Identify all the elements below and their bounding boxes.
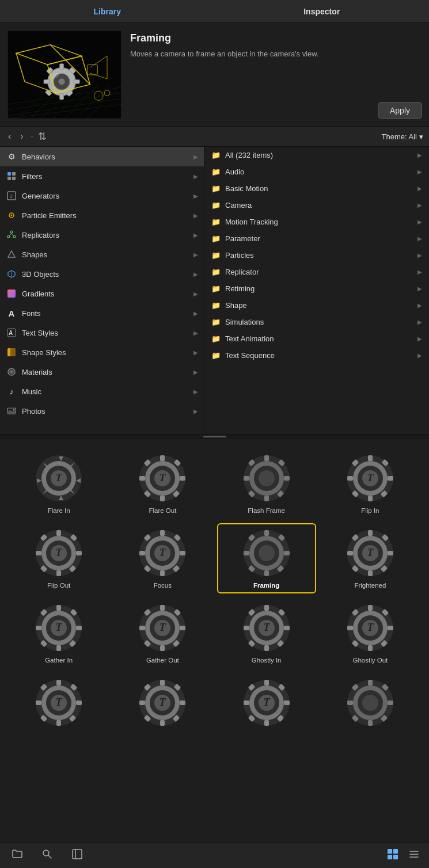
preview-title: Framing [130, 32, 422, 44]
svg-rect-51 [7, 290, 16, 298]
sidebar-item-filters[interactable]: Filters ▶ [0, 166, 204, 186]
gradients-icon [6, 288, 17, 299]
svg-point-133 [259, 545, 275, 561]
grid-item-flip-in[interactable]: T Flip In [321, 448, 420, 519]
category-shape[interactable]: 📁 Shape ▶ [204, 297, 429, 314]
sidebar-item-fonts[interactable]: A Fonts ▶ [0, 303, 204, 323]
sidebar-toggle-button[interactable] [69, 846, 85, 865]
sidebar-item-shapes[interactable]: Shapes ▶ [0, 245, 204, 264]
text-styles-icon: A [6, 327, 17, 338]
grid-item-row5-3[interactable]: T [217, 673, 316, 736]
svg-line-47 [12, 233, 13, 235]
label-frightened: Frightened [354, 582, 386, 589]
bottom-toolbar [0, 843, 429, 868]
sidebar-item-text-styles[interactable]: A Text Styles ▶ [0, 323, 204, 342]
grid-item-flip-out[interactable]: T Flip Out [9, 523, 108, 593]
grid-item-focus[interactable]: T Focus [113, 523, 212, 593]
nav-divider: - [31, 131, 33, 142]
gear-framing [241, 528, 292, 578]
svg-rect-187 [264, 645, 269, 651]
forward-button[interactable]: › [18, 130, 25, 143]
sidebar-item-photos[interactable]: Photos ▶ [0, 401, 204, 421]
category-basic-motion[interactable]: 📁 Basic Motion ▶ [204, 180, 429, 197]
category-text-animation[interactable]: 📁 Text Animation ▶ [204, 330, 429, 347]
grid-item-ghostly-in[interactable]: T Ghostly In [217, 598, 316, 668]
sidebar-item-particle-emitters[interactable]: Particle Emitters ▶ [0, 205, 204, 225]
svg-rect-98 [347, 476, 353, 481]
updown-button[interactable]: ⇅ [38, 130, 47, 143]
category-replicator[interactable]: 📁 Replicator ▶ [204, 264, 429, 280]
svg-rect-251 [368, 720, 373, 726]
sidebar-item-behaviors[interactable]: ⚙ Behaviors ▶ [0, 147, 204, 166]
tab-inspector[interactable]: Inspector [215, 0, 430, 22]
sidebar-item-materials[interactable]: Materials ▶ [0, 362, 204, 382]
grid-item-row5-2[interactable]: T [113, 673, 212, 736]
sidebar-item-gradients[interactable]: Gradients ▶ [0, 284, 204, 303]
category-label-text-animation: Text Animation [225, 334, 274, 343]
folder-button[interactable] [9, 846, 25, 865]
grid-item-ghostly-out[interactable]: T Ghostly Out [321, 598, 420, 668]
sidebar-item-shape-styles[interactable]: Shape Styles ▶ [0, 342, 204, 362]
category-retiming[interactable]: 📁 Retiming ▶ [204, 280, 429, 297]
svg-text:T: T [367, 472, 374, 484]
toolbar-right [386, 848, 420, 863]
tab-library[interactable]: Library [0, 0, 215, 22]
divider-handle[interactable] [0, 435, 429, 439]
grid-item-flash-frame[interactable]: Flash Frame [217, 448, 316, 519]
folder-icon-text-animation: 📁 [211, 334, 221, 343]
generators-icon: 2 [6, 190, 17, 201]
sidebar-item-3d-objects[interactable]: 3D Objects ▶ [0, 264, 204, 284]
grid-view-button[interactable] [386, 848, 399, 863]
svg-rect-136 [244, 551, 249, 555]
grid-item-row5-4[interactable] [321, 673, 420, 736]
svg-rect-262 [388, 849, 392, 854]
sidebar-item-replicators[interactable]: Replicators ▶ [0, 225, 204, 245]
preview-description: Moves a camera to frame an object in the… [130, 49, 422, 59]
search-button[interactable] [39, 846, 55, 865]
navigation-bar: ‹ › - ⇅ Theme: All ▾ [0, 127, 429, 147]
category-all[interactable]: 📁 All (232 items) ▶ [204, 147, 429, 163]
sidebar-item-generators[interactable]: 2 Generators ▶ [0, 186, 204, 205]
folder-icon-replicator: 📁 [211, 268, 221, 276]
svg-point-14 [59, 78, 65, 85]
category-label-particles: Particles [225, 251, 254, 260]
label-ghostly-in: Ghostly In [252, 657, 282, 664]
category-parameter[interactable]: 📁 Parameter ▶ [204, 230, 429, 247]
theme-selector[interactable]: Theme: All ▾ [382, 132, 423, 141]
category-motion-tracking[interactable]: 📁 Motion Tracking ▶ [204, 214, 429, 230]
svg-rect-241 [284, 701, 290, 705]
grid-item-flare-in[interactable]: T Flare In [9, 448, 108, 519]
svg-rect-226 [160, 720, 165, 726]
apply-button[interactable]: Apply [378, 102, 422, 119]
grid-item-row5-1[interactable]: T [9, 673, 108, 736]
svg-rect-260 [73, 850, 82, 859]
category-particles[interactable]: 📁 Particles ▶ [204, 247, 429, 264]
grid-item-framing[interactable]: Framing [217, 523, 316, 593]
category-text-sequence[interactable]: 📁 Text Sequence ▶ [204, 347, 429, 364]
sidebar-item-music[interactable]: ♪ Music ▶ [0, 382, 204, 401]
category-camera[interactable]: 📁 Camera ▶ [204, 197, 429, 214]
grid-item-gather-in[interactable]: T Gather In [9, 598, 108, 668]
photos-arrow: ▶ [193, 408, 198, 414]
grid-item-gather-out[interactable]: T Gather Out [113, 598, 212, 668]
svg-text:T: T [160, 696, 166, 708]
folder-icon-shape: 📁 [211, 301, 221, 310]
label-framing: Framing [253, 582, 279, 589]
grid-item-flare-out[interactable]: T Flare Out [113, 448, 212, 519]
sidebar-label-generators: Generators [22, 192, 189, 200]
left-panel: ⚙ Behaviors ▶ Filters ▶ 2 Generators ▶ P… [0, 147, 204, 434]
svg-rect-109 [56, 530, 61, 536]
category-audio[interactable]: 📁 Audio ▶ [204, 163, 429, 180]
svg-rect-71 [160, 455, 165, 461]
grid-item-frightened[interactable]: T Frightened [321, 523, 420, 593]
gear-ghostly-out: T [345, 603, 396, 653]
gear-row5-4 [345, 677, 396, 728]
menu-button[interactable] [408, 848, 420, 863]
text-sequence-arrow: ▶ [417, 352, 422, 359]
back-button[interactable]: ‹ [6, 130, 13, 143]
svg-rect-148 [368, 570, 373, 576]
svg-text:T: T [56, 472, 63, 484]
category-simulations[interactable]: 📁 Simulations ▶ [204, 314, 429, 330]
sidebar-label-photos: Photos [22, 407, 189, 416]
svg-rect-212 [56, 680, 61, 686]
